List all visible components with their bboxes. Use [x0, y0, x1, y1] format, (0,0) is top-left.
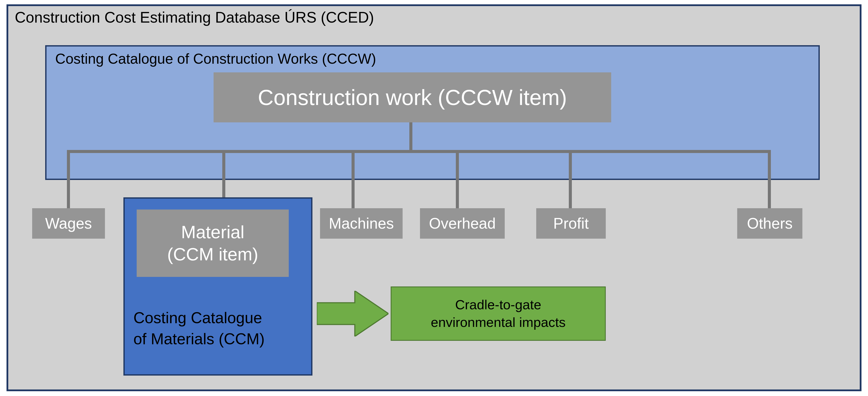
impacts-line1: Cradle-to-gate	[431, 296, 565, 314]
leaf-others: Others	[737, 208, 802, 239]
connector-hbar	[67, 150, 771, 153]
ccm-container: Material (CCM item) Costing Catalogue of…	[123, 197, 312, 375]
leaf-machines: Machines	[320, 208, 403, 239]
connector-branch-others	[768, 150, 771, 209]
ccm-caption: Costing Catalogue of Materials (CCM)	[133, 307, 265, 349]
connector-branch-wages	[67, 150, 70, 209]
connector-branch-overhead	[456, 150, 459, 209]
ccm-caption-line1: Costing Catalogue	[133, 307, 265, 328]
svg-marker-0	[317, 291, 389, 336]
connector-branch-machines	[351, 150, 354, 209]
leaf-overhead: Overhead	[420, 208, 505, 239]
leaf-wages: Wages	[32, 208, 105, 239]
diagram-canvas: Construction Cost Estimating Database ÚR…	[0, 0, 868, 396]
cced-title: Construction Cost Estimating Database ÚR…	[15, 9, 374, 26]
connector-branch-profit	[569, 150, 572, 209]
ccm-material-line1: Material	[181, 221, 244, 243]
ccm-material-box: Material (CCM item)	[137, 210, 289, 277]
connector-trunk	[409, 122, 412, 152]
arrow-icon	[317, 291, 389, 336]
impacts-box: Cradle-to-gate environmental impacts	[391, 286, 606, 341]
cced-container: Construction Cost Estimating Database ÚR…	[6, 4, 862, 391]
ccm-material-line2: (CCM item)	[167, 243, 258, 266]
cccw-title: Costing Catalogue of Construction Works …	[55, 51, 376, 67]
leaf-profit: Profit	[536, 208, 606, 239]
cccw-item-box: Construction work (CCCW item)	[214, 72, 611, 122]
ccm-caption-line2: of Materials (CCM)	[133, 328, 265, 349]
impacts-line2: environmental impacts	[431, 314, 565, 331]
